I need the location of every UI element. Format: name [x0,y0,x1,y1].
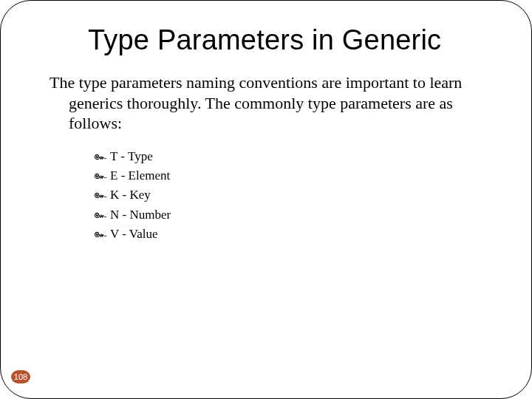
list-item: ๛ V - Value [94,225,496,244]
bullet-icon: ๛ [94,205,106,225]
list-item-label: T - Type [110,149,153,163]
list-item-label: E - Element [110,168,170,183]
list-item: ๛ N - Number [94,205,496,225]
bullet-icon: ๛ [94,147,106,166]
bullet-icon: ๛ [94,225,106,244]
intro-text: The type parameters naming conventions a… [50,72,488,134]
slide: Type Parameters in Generic The type para… [0,0,532,399]
slide-title: Type Parameters in Generic [88,24,496,56]
list-item-label: V - Value [110,227,158,241]
list-item: ๛ T - Type [94,147,496,166]
bullet-icon: ๛ [94,185,106,205]
page-number: 108 [11,370,30,383]
list-item: ๛ K - Key [94,185,496,205]
list-item-label: K - Key [110,188,151,202]
list-item: ๛ E - Element [94,166,496,185]
bullet-icon: ๛ [94,166,106,185]
params-list: ๛ T - Type ๛ E - Element ๛ K - Key ๛ N -… [94,147,496,245]
list-item-label: N - Number [110,208,171,222]
